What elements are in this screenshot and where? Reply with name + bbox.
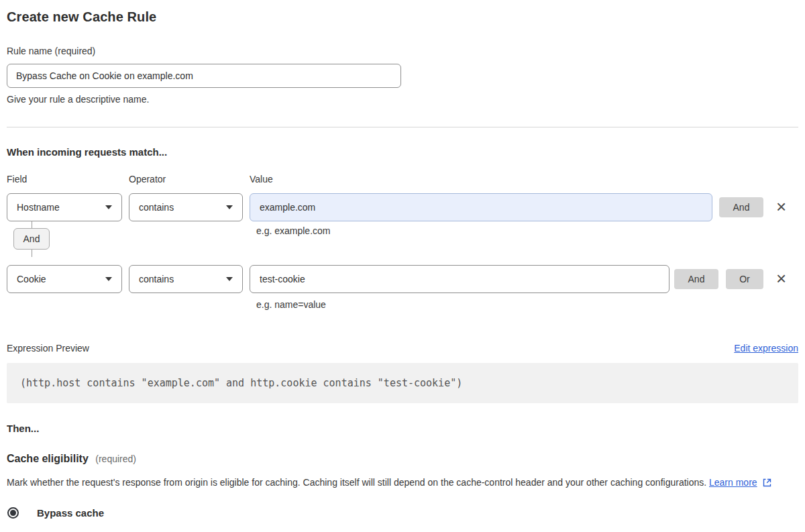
- radio-option-bypass-cache[interactable]: Bypass cache: [7, 507, 798, 519]
- operator-column-label: Operator: [129, 174, 250, 184]
- add-or-condition-button[interactable]: Or: [726, 269, 763, 289]
- edit-expression-link[interactable]: Edit expression: [734, 343, 798, 354]
- operator-select[interactable]: contains: [129, 265, 243, 293]
- cache-eligibility-title: Cache eligibility: [7, 453, 89, 464]
- field-select[interactable]: Hostname: [7, 193, 122, 221]
- field-select-value: Cookie: [17, 274, 46, 284]
- operator-select[interactable]: contains: [129, 193, 243, 221]
- field-column-label: Field: [7, 174, 129, 184]
- chevron-down-icon: [105, 205, 112, 209]
- chevron-down-icon: [105, 277, 112, 281]
- chevron-down-icon: [226, 277, 233, 281]
- value-hint: e.g. name=value: [256, 299, 798, 310]
- operator-select-value: contains: [139, 202, 174, 213]
- rule-name-helper: Give your rule a descriptive name.: [7, 94, 798, 105]
- then-heading: Then...: [7, 423, 798, 434]
- value-input[interactable]: [250, 265, 669, 293]
- add-and-condition-button[interactable]: And: [674, 269, 718, 289]
- required-indicator: (required): [95, 454, 136, 464]
- condition-column-headers: Field Operator Value: [7, 174, 798, 184]
- cache-eligibility-description: Mark whether the request's response from…: [7, 475, 798, 490]
- field-select-value: Hostname: [17, 202, 60, 213]
- rule-name-input[interactable]: [7, 64, 401, 88]
- create-cache-rule-page: Create new Cache Rule Rule name (require…: [0, 0, 805, 532]
- value-column-label: Value: [250, 174, 798, 184]
- radio-label: Bypass cache: [37, 507, 104, 519]
- chevron-down-icon: [226, 205, 233, 209]
- rule-name-label: Rule name (required): [7, 46, 798, 56]
- section-divider: [7, 127, 798, 127]
- condition-row: Hostname contains And ×: [7, 193, 798, 221]
- add-and-condition-button[interactable]: And: [719, 197, 763, 217]
- cache-eligibility-heading: Cache eligibility (required): [7, 453, 798, 465]
- external-link-icon: [763, 478, 771, 487]
- match-section-heading: When incoming requests match...: [7, 146, 798, 158]
- condition-connector-area: And e.g. example.com: [7, 221, 798, 256]
- page-title: Create new Cache Rule: [7, 9, 798, 25]
- remove-condition-button[interactable]: ×: [775, 270, 788, 287]
- description-text: Mark whether the request's response from…: [7, 477, 706, 488]
- learn-more-link[interactable]: Learn more: [709, 477, 757, 488]
- field-select[interactable]: Cookie: [7, 265, 122, 293]
- expression-code: (http.host contains "example.com" and ht…: [20, 377, 462, 389]
- expression-code-box: (http.host contains "example.com" and ht…: [7, 363, 798, 403]
- condition-row: Cookie contains And Or ×: [7, 265, 798, 293]
- connector-and-toggle[interactable]: And: [13, 228, 50, 250]
- value-input[interactable]: [250, 193, 712, 221]
- radio-selected-icon[interactable]: [7, 507, 19, 519]
- expression-preview-label: Expression Preview: [7, 343, 89, 354]
- expression-preview-header: Expression Preview Edit expression: [7, 343, 798, 354]
- value-hint: e.g. example.com: [256, 225, 331, 236]
- remove-condition-button[interactable]: ×: [775, 198, 788, 215]
- operator-select-value: contains: [139, 274, 174, 284]
